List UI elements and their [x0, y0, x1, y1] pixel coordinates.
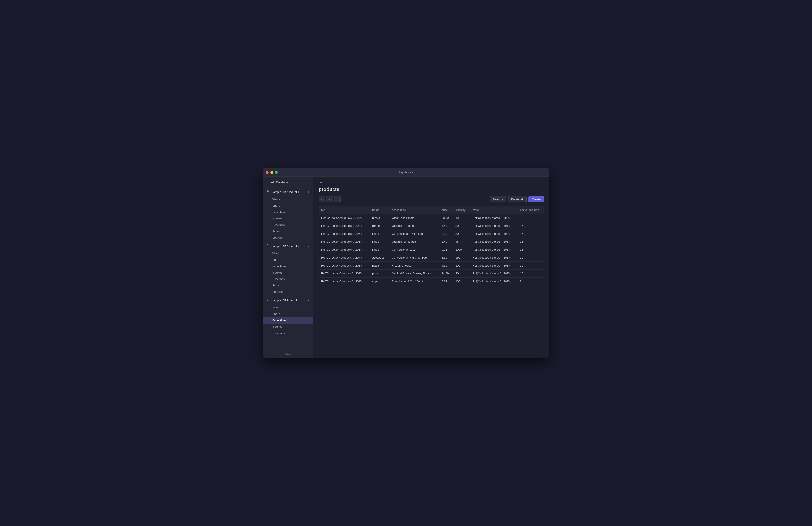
delete-all-button[interactable]: Delete All [508, 196, 527, 202]
sidebar: + Add Database 🗄 Sample DB Account 1 ▼ V… [263, 177, 313, 358]
data-table: ref name description price quantity stor… [319, 206, 544, 285]
cell-description: Conventional, 16 oz bag [389, 230, 439, 238]
cell-description: Conventional Hass, 4ct bag [389, 254, 439, 262]
sidebar-item-db2-roles[interactable]: Roles [263, 282, 313, 289]
cell-description: Conventional, 1 ct [389, 246, 439, 254]
table-row[interactable]: Ref(Collection('products'), '208')cilant… [319, 222, 544, 230]
chevron-down-icon-3: ▼ [307, 299, 309, 301]
table-row[interactable]: Ref(Collection('products'), '201')cupsTr… [319, 278, 544, 285]
cell-backorderLimit: 15 [517, 230, 544, 238]
sidebar-item-db1-roles[interactable]: Roles [263, 228, 313, 234]
cell-description: Translucent 9 Oz, 100 ct [389, 278, 439, 285]
plus-icon: + [266, 180, 269, 184]
version-label: v1.0.0 [263, 350, 313, 358]
app-window: Lighthouse + Add Database 🗄 Sample DB Ac… [263, 168, 549, 358]
main-content: ← products ‹ › ≡ Destroy Delete All Crea… [313, 177, 549, 358]
sidebar-item-db3-shells[interactable]: Shells [263, 311, 313, 317]
cell-quantity: 45 [453, 238, 470, 246]
table-row[interactable]: Ref(Collection('products'), '204')avocad… [319, 254, 544, 262]
col-header-backorderlimit: backorderLimit [517, 206, 544, 214]
sidebar-item-db1-views[interactable]: Views [263, 196, 313, 202]
cell-price: 24.99 [439, 270, 453, 278]
sidebar-item-db1-shells[interactable]: Shells [263, 202, 313, 209]
sidebar-item-db3-functions[interactable]: Functions [263, 330, 313, 336]
cell-backorderLimit: 15 [517, 254, 544, 262]
sidebar-item-db1-indexes[interactable]: Indexes [263, 215, 313, 222]
maximize-button[interactable] [275, 171, 278, 174]
table-header: ref name description price quantity stor… [319, 206, 544, 214]
database-icon-3: 🗄 [266, 298, 270, 302]
db-name-3: Sample DB Account 3 [271, 299, 306, 302]
cell-backorderLimit: 15 [517, 222, 544, 230]
cell-store: Ref(Collection('stores'), '303') [470, 230, 517, 238]
titlebar: Lighthouse [263, 168, 549, 177]
cell-description: Original Classic Donkey Pinata [389, 270, 439, 278]
filter-button[interactable]: ≡ [334, 196, 341, 202]
cell-price: 3.49 [439, 238, 453, 246]
db-section-3: 🗄 Sample DB Account 3 ▼ Views Shells Col… [263, 296, 313, 336]
app-body: + Add Database 🗄 Sample DB Account 1 ▼ V… [263, 177, 549, 358]
cell-store: Ref(Collection('stores'), '303') [470, 262, 517, 270]
cell-store: Ref(Collection('stores'), '302') [470, 270, 517, 278]
db-header-3[interactable]: 🗄 Sample DB Account 3 ▼ [263, 296, 313, 304]
col-header-price: price [439, 206, 453, 214]
cell-price: 6.98 [439, 278, 453, 285]
sidebar-item-db2-indexes[interactable]: Indexes [263, 269, 313, 276]
db-children-2: Views Shells Collections Indexes Functio… [263, 250, 313, 295]
close-button[interactable] [266, 171, 269, 174]
sidebar-item-db2-settings[interactable]: Settings [263, 289, 313, 295]
add-database-button[interactable]: + Add Database [263, 177, 313, 188]
cell-ref: Ref(Collection('products'), '201') [319, 278, 369, 285]
sidebar-item-db2-shells[interactable]: Shells [263, 257, 313, 263]
sidebar-item-db2-views[interactable]: Views [263, 250, 313, 257]
sidebar-item-db3-indexes[interactable]: Indexes [263, 324, 313, 330]
toolbar-left: ‹ › ≡ [319, 196, 341, 202]
sidebar-item-db1-collections[interactable]: Collections [263, 209, 313, 215]
cell-ref: Ref(Collection('products'), '207') [319, 230, 369, 238]
cell-ref: Ref(Collection('products'), '203') [319, 262, 369, 270]
window-title: Lighthouse [399, 171, 413, 174]
cell-description: Organic, 16 oz bag [389, 238, 439, 246]
col-header-name: name [369, 206, 389, 214]
table-row[interactable]: Ref(Collection('products'), '203')pizzaF… [319, 262, 544, 270]
cell-ref: Ref(Collection('products'), '205') [319, 246, 369, 254]
back-button[interactable]: ← [319, 180, 323, 185]
db-header-2[interactable]: 🗄 Sample DB Account 2 ▼ [263, 242, 313, 250]
page-title: products [313, 187, 549, 196]
cell-name: limes [369, 238, 389, 246]
cell-quantity: 1000 [453, 246, 470, 254]
cell-store: Ref(Collection('stores'), '301') [470, 238, 517, 246]
cell-backorderLimit: 10 [517, 270, 544, 278]
db-header-1[interactable]: 🗄 Sample DB Account 1 ▼ [263, 188, 313, 196]
table-row[interactable]: Ref(Collection('products'), '202')pinata… [319, 270, 544, 278]
table-row[interactable]: Ref(Collection('products'), '209')pinata… [319, 214, 544, 222]
next-button[interactable]: › [326, 196, 333, 202]
cell-name: avocados [369, 254, 389, 262]
header-row: ref name description price quantity stor… [319, 206, 544, 214]
cell-ref: Ref(Collection('products'), '202') [319, 270, 369, 278]
cell-name: cups [369, 278, 389, 285]
chevron-down-icon-1: ▼ [307, 191, 309, 193]
table-row[interactable]: Ref(Collection('products'), '205')limesC… [319, 246, 544, 254]
destroy-button[interactable]: Destroy [490, 196, 506, 202]
table-container: ref name description price quantity stor… [313, 206, 549, 285]
create-button[interactable]: Create [528, 196, 544, 202]
col-header-ref: ref [319, 206, 369, 214]
cell-backorderLimit: 15 [517, 246, 544, 254]
sidebar-item-db3-collections[interactable]: Collections [263, 317, 313, 324]
sidebar-item-db2-collections[interactable]: Collections [263, 263, 313, 269]
sidebar-item-db2-functions[interactable]: Functions [263, 276, 313, 282]
prev-button[interactable]: ‹ [319, 196, 325, 202]
cell-ref: Ref(Collection('products'), '204') [319, 254, 369, 262]
table-row[interactable]: Ref(Collection('products'), '206')limesO… [319, 238, 544, 246]
sidebar-item-db1-settings[interactable]: Settings [263, 234, 313, 241]
col-header-description: description [389, 206, 439, 214]
db-name-2: Sample DB Account 2 [271, 244, 306, 248]
cell-quantity: 80 [453, 222, 470, 230]
cell-price: 1.49 [439, 222, 453, 230]
cell-ref: Ref(Collection('products'), '208') [319, 222, 369, 230]
sidebar-item-db1-functions[interactable]: Functions [263, 222, 313, 228]
table-row[interactable]: Ref(Collection('products'), '207')limesC… [319, 230, 544, 238]
sidebar-item-db3-views[interactable]: Views [263, 304, 313, 311]
minimize-button[interactable] [270, 171, 273, 174]
